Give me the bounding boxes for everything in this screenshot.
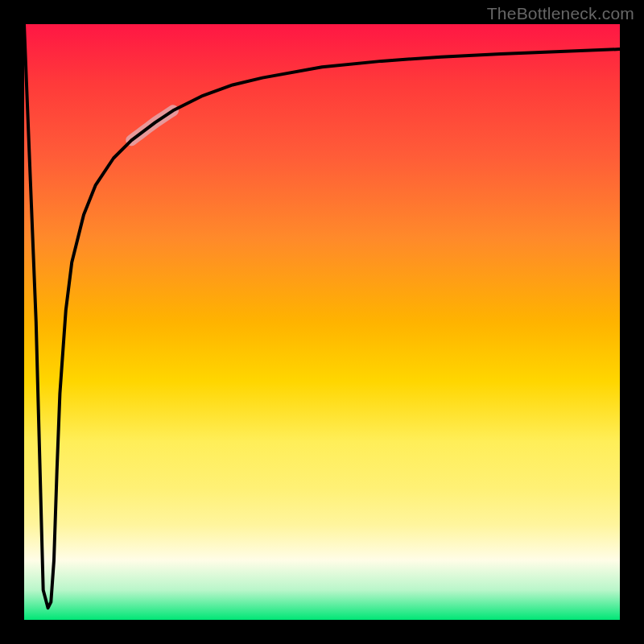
bottleneck-curve <box>24 24 620 608</box>
plot-area <box>24 24 620 620</box>
chart-svg <box>24 24 620 620</box>
watermark-text: TheBottleneck.com <box>487 4 634 23</box>
chart-frame: TheBottleneck.com <box>0 0 644 644</box>
